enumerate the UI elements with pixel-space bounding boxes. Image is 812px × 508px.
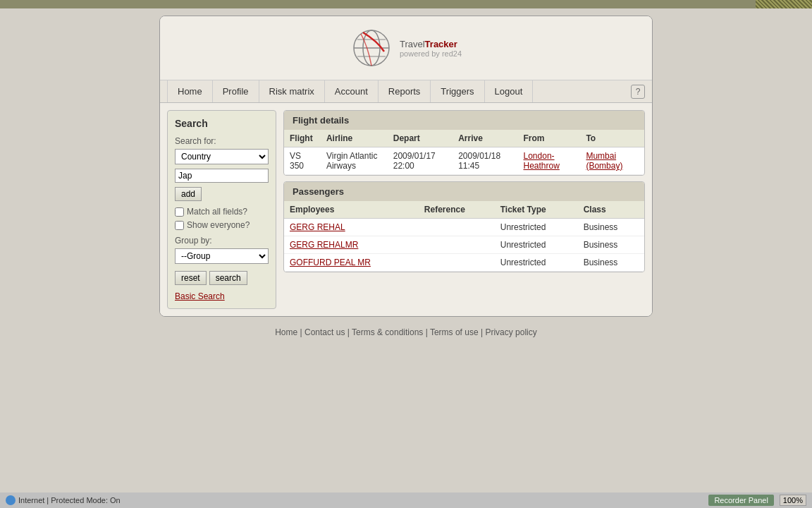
passengers-header: Passengers [284, 182, 644, 201]
footer-terms-use[interactable]: Terms of use [430, 327, 479, 337]
col-class: Class [578, 201, 644, 219]
passenger-link-1[interactable]: GERG REHAL [290, 222, 345, 232]
passenger-ticket-3: Unrestricted [495, 254, 578, 272]
search-type-select[interactable]: Country Flight Passenger Employee [175, 149, 269, 164]
add-button[interactable]: add [175, 187, 202, 201]
passengers-table: Employees Reference Ticket Type Class GE… [284, 201, 644, 272]
top-bar-pattern [756, 0, 812, 8]
nav-reports[interactable]: Reports [379, 80, 431, 102]
table-row: GERG REHALMR Unrestricted Business [284, 236, 644, 254]
passenger-link-3[interactable]: GOFFURD PEAL MR [290, 258, 371, 267]
search-text-input[interactable] [175, 169, 269, 183]
flight-from: London-Heathrow [518, 147, 581, 175]
zoom-button[interactable]: 100% [780, 495, 806, 506]
action-buttons: reset search [175, 271, 269, 285]
nav-account[interactable]: Account [325, 80, 379, 102]
match-all-checkbox[interactable] [175, 207, 184, 217]
col-depart: Depart [388, 130, 453, 147]
flight-number: VS 350 [284, 147, 321, 175]
show-everyone-row: Show everyone? [175, 220, 269, 230]
table-row: GERG REHAL Unrestricted Business [284, 219, 644, 236]
match-all-row: Match all fields? [175, 207, 269, 217]
passengers-box: Passengers Employees Reference Ticket Ty… [283, 181, 645, 272]
logo-powered-text: powered by red24 [400, 49, 462, 58]
search-for-label: Search for: [175, 136, 269, 146]
flight-details-table: Flight Airline Depart Arrive From To VS … [284, 130, 644, 175]
passenger-ticket-2: Unrestricted [495, 236, 578, 254]
flight-to: Mumbai (Bombay) [580, 147, 644, 175]
flight-details-header: Flight details [284, 111, 644, 130]
nav-logout[interactable]: Logout [485, 80, 534, 102]
table-row: VS 350 Virgin Atlantic Airways 2009/01/1… [284, 147, 644, 175]
reset-button[interactable]: reset [175, 271, 207, 285]
passenger-name-3: GOFFURD PEAL MR [284, 254, 419, 272]
group-by-select[interactable]: --Group Country Department [175, 248, 269, 264]
passenger-class-3: Business [578, 254, 644, 272]
to-link[interactable]: Mumbai (Bombay) [586, 151, 622, 171]
logo-area: TravelTracker powered by red24 [174, 27, 638, 69]
show-everyone-label: Show everyone? [187, 220, 250, 230]
passenger-class-2: Business [578, 236, 644, 254]
nav-risk-matrix[interactable]: Risk matrix [259, 80, 325, 102]
footer-home[interactable]: Home [275, 327, 297, 337]
search-title: Search [175, 118, 269, 129]
col-flight: Flight [284, 130, 321, 147]
logo-tracker-text: Tracker [425, 39, 457, 49]
passenger-class-1: Business [578, 219, 644, 236]
passenger-link-2[interactable]: GERG REHALMR [290, 240, 358, 250]
flight-depart: 2009/01/17 22:00 [388, 147, 453, 175]
col-reference: Reference [419, 201, 495, 219]
help-button[interactable]: ? [631, 85, 645, 99]
logo-travel-text: Travel [400, 39, 425, 49]
footer-terms-conditions[interactable]: Terms & conditions [352, 327, 423, 337]
logo-text: TravelTracker powered by red24 [400, 39, 462, 58]
footer-contact[interactable]: Contact us [304, 327, 345, 337]
basic-search-link[interactable]: Basic Search [175, 291, 225, 301]
passenger-ref-3 [419, 254, 495, 272]
footer: Home | Contact us | Terms & conditions |… [0, 317, 812, 348]
center-panel: TravelTracker powered by red24 Home Prof… [159, 16, 653, 317]
globe-icon [350, 27, 393, 69]
col-ticket-type: Ticket Type [495, 201, 578, 219]
table-row: GOFFURD PEAL MR Unrestricted Business [284, 254, 644, 272]
header: TravelTracker powered by red24 [160, 16, 652, 80]
internet-status: Internet | Protected Mode: On [18, 496, 121, 504]
nav-bar: Home Profile Risk matrix Account Reports… [160, 80, 652, 103]
flight-panel: Flight details Flight Airline Depart Arr… [283, 110, 645, 309]
flight-arrive: 2009/01/18 11:45 [453, 147, 517, 175]
col-to: To [580, 130, 644, 147]
from-link[interactable]: London-Heathrow [524, 151, 560, 171]
passenger-ticket-1: Unrestricted [495, 219, 578, 236]
logo-title: TravelTracker [400, 39, 457, 49]
group-by-label: Group by: [175, 236, 269, 246]
status-right: Recorder Panel 100% [708, 495, 806, 506]
search-button[interactable]: search [209, 271, 247, 285]
passenger-ref-2 [419, 236, 495, 254]
nav-triggers[interactable]: Triggers [431, 80, 484, 102]
show-everyone-checkbox[interactable] [175, 221, 184, 230]
main-wrapper: TravelTracker powered by red24 Home Prof… [0, 8, 812, 508]
top-bar [0, 0, 812, 8]
nav-profile[interactable]: Profile [213, 80, 259, 102]
col-from: From [518, 130, 581, 147]
status-left: Internet | Protected Mode: On [6, 495, 121, 505]
passenger-name-1: GERG REHAL [284, 219, 419, 236]
flight-details-box: Flight details Flight Airline Depart Arr… [283, 110, 645, 176]
footer-privacy[interactable]: Privacy policy [485, 327, 536, 337]
flight-airline: Virgin Atlantic Airways [321, 147, 388, 175]
passenger-ref-1 [419, 219, 495, 236]
match-all-label: Match all fields? [187, 207, 247, 217]
recorder-panel[interactable]: Recorder Panel [708, 495, 773, 506]
status-bar: Internet | Protected Mode: On Recorder P… [0, 492, 812, 508]
internet-icon [6, 495, 16, 505]
col-employees: Employees [284, 201, 419, 219]
content-area: Search Search for: Country Flight Passen… [160, 103, 652, 316]
nav-home[interactable]: Home [167, 80, 213, 102]
passenger-name-2: GERG REHALMR [284, 236, 419, 254]
col-arrive: Arrive [453, 130, 517, 147]
col-airline: Airline [321, 130, 388, 147]
search-panel: Search Search for: Country Flight Passen… [167, 110, 276, 309]
